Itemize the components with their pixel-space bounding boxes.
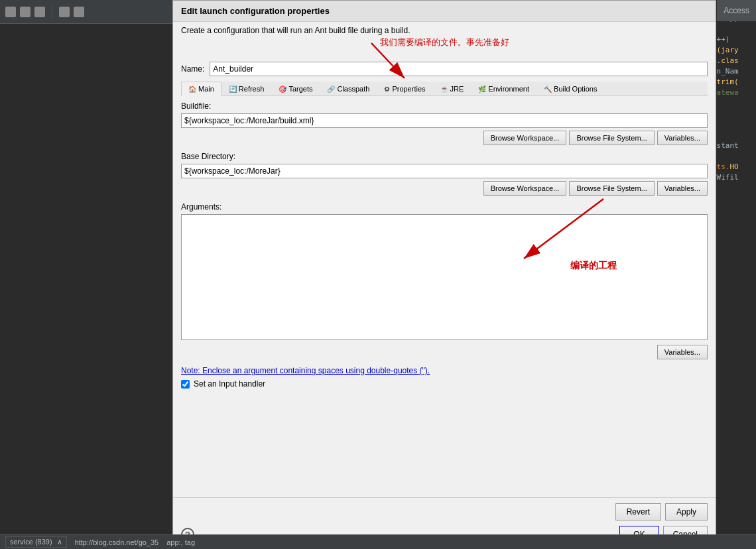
code-line: .trim(: [712, 77, 753, 88]
code-line: [712, 24, 753, 34]
apply-button[interactable]: Apply: [665, 503, 708, 520]
revert-apply-row: Revert Apply: [181, 503, 708, 520]
tab-classpath[interactable]: 🔗 Classpath: [320, 82, 377, 95]
code-line: m(jary: [712, 45, 753, 56]
name-row: Name:: [181, 62, 708, 76]
classpath-tab-icon: 🔗: [327, 86, 335, 93]
tab-main-label: Main: [198, 85, 214, 93]
tab-targets-label: Targets: [288, 85, 312, 93]
jre-tab-icon: ☕: [440, 86, 448, 93]
arguments-textarea[interactable]: [181, 214, 708, 340]
service-text: service (839): [10, 538, 52, 546]
targets-tab-icon: 🎯: [279, 86, 286, 93]
arguments-label: Arguments:: [181, 202, 708, 212]
name-input[interactable]: [210, 62, 708, 76]
note-text: Note: Enclose an argument containing spa…: [181, 366, 708, 375]
tab-targets[interactable]: 🎯 Targets: [271, 82, 320, 95]
code-line: [712, 109, 753, 119]
set-input-handler-checkbox[interactable]: [181, 380, 190, 389]
tab-main[interactable]: 🏠 Main: [181, 82, 221, 96]
service-status: service (839) ∧: [5, 536, 67, 548]
dialog-subtitle: Create a configuration that will run an …: [173, 22, 716, 56]
tab-refresh[interactable]: 🔄 Refresh: [221, 82, 272, 95]
tab-jre[interactable]: ☕ JRE: [433, 82, 472, 95]
toolbar: [0, 0, 172, 24]
base-dir-input[interactable]: [181, 164, 708, 178]
divider: [52, 5, 52, 19]
variables-btn-1[interactable]: Variables...: [657, 131, 708, 145]
buildfile-buttons: Browse Workspace... Browse File System..…: [181, 131, 708, 145]
name-label: Name:: [181, 64, 204, 74]
tab-refresh-label: Refresh: [239, 85, 265, 93]
variables-btn-3[interactable]: Variables...: [657, 345, 708, 359]
code-line: nts.HO: [712, 162, 753, 172]
access-button[interactable]: Access: [717, 0, 756, 21]
toolbar-icon-1: [5, 7, 16, 17]
buildfile-section: Buildfile: Browse Workspace... Browse Fi…: [181, 101, 708, 145]
url-status: http://blog.csdn.net/go_35: [75, 538, 159, 546]
tab-classpath-label: Classpath: [337, 85, 369, 93]
code-line: [712, 130, 753, 141]
code-line: i++): [712, 34, 753, 45]
code-line: in_Nam: [712, 66, 753, 77]
code-line: nstant: [712, 141, 753, 151]
dialog-content: Name: 🏠 Main 🔄 Refresh 🎯 Targets 🔗 Class…: [173, 56, 716, 497]
variables-btn-2[interactable]: Variables...: [657, 181, 708, 196]
code-line: ;: [712, 183, 753, 194]
tab-properties[interactable]: ⚙ Properties: [377, 82, 432, 95]
dialog-subtitle-chinese: 我们需要编译的文件。事先准备好: [181, 35, 708, 52]
base-dir-buttons: Browse Workspace... Browse File System..…: [181, 181, 708, 196]
variables-btn-row: Variables...: [181, 345, 708, 359]
code-line: tWifil: [712, 172, 753, 183]
refresh-tab-icon: 🔄: [229, 86, 237, 93]
toolbar-icon-2: [20, 7, 31, 17]
revert-button[interactable]: Revert: [615, 503, 661, 520]
browse-file-system-btn-2[interactable]: Browse File System...: [569, 181, 654, 196]
browse-file-system-btn-1[interactable]: Browse File System...: [569, 131, 654, 145]
code-line: [712, 151, 753, 162]
code-line: [712, 98, 753, 109]
code-line: m.clas: [712, 56, 753, 66]
dialog-subtitle-text: Create a configuration that will run an …: [181, 26, 410, 35]
buildfile-label: Buildfile:: [181, 101, 708, 111]
set-input-handler-row: Set an Input handler: [181, 379, 708, 389]
arguments-area: [181, 214, 708, 342]
buildfile-input[interactable]: [181, 113, 708, 128]
toolbar-icon-4: [59, 7, 70, 17]
set-input-handler-label: Set an Input handler: [194, 379, 265, 389]
tab-properties-label: Properties: [392, 85, 425, 93]
build-tab-icon: 🔨: [544, 86, 552, 93]
tab-jre-label: JRE: [450, 85, 464, 93]
dialog: Edit launch configuration properties Cre…: [172, 0, 716, 549]
tab-environment-label: Environment: [488, 85, 529, 93]
tab-environment[interactable]: 🌿 Environment: [471, 82, 536, 95]
toolbar-icon-5: [74, 7, 84, 17]
tabs-bar: 🏠 Main 🔄 Refresh 🎯 Targets 🔗 Classpath ⚙…: [181, 82, 708, 96]
base-dir-label: Base Directory:: [181, 152, 708, 161]
base-dir-section: Base Directory: Browse Workspace... Brow…: [181, 152, 708, 196]
arguments-section: Arguments: Variables...: [181, 202, 708, 359]
code-panel: Builder st<App i++) m(jary m.clas in_Nam…: [710, 0, 756, 549]
code-line: [712, 119, 753, 130]
status-bar: service (839) ∧ http://blog.csdn.net/go_…: [0, 534, 756, 549]
dialog-title: Edit launch configuration properties: [173, 1, 716, 22]
code-line: gatewa: [712, 88, 753, 98]
main-tab-icon: 🏠: [188, 86, 196, 93]
toolbar-icon-3: [34, 7, 45, 17]
browse-workspace-btn-2[interactable]: Browse Workspace...: [483, 181, 567, 196]
properties-tab-icon: ⚙: [384, 86, 390, 93]
tab-build-options-label: Build Options: [554, 85, 597, 93]
env-tab-icon: 🌿: [478, 86, 486, 93]
chevron-icon: ∧: [57, 538, 62, 546]
app-status: app:, tag: [166, 538, 195, 546]
tab-build-options[interactable]: 🔨 Build Options: [536, 82, 604, 95]
browse-workspace-btn-1[interactable]: Browse Workspace...: [483, 131, 567, 145]
